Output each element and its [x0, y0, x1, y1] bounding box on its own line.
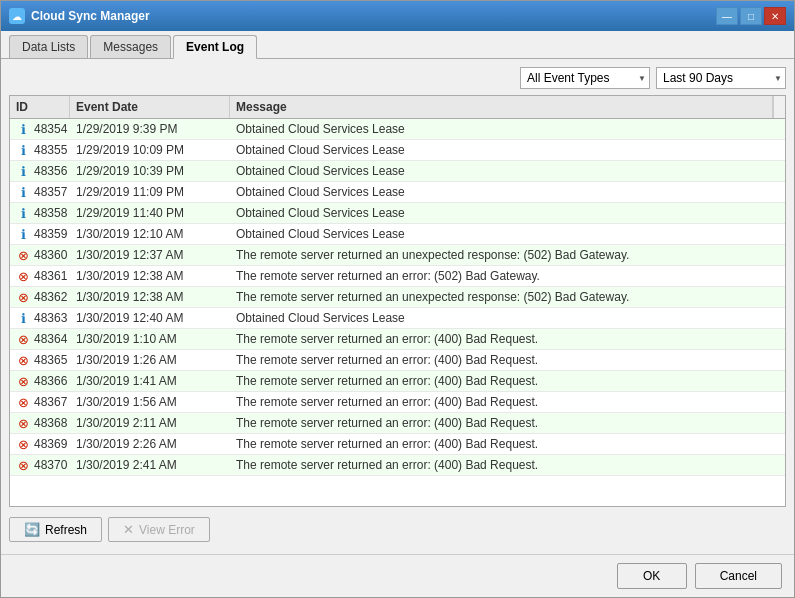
info-icon: ℹ	[16, 206, 30, 220]
event-log-table: ID Event Date Message ℹ 48354 1/29/2019 …	[9, 95, 786, 507]
cell-message: The remote server returned an error: (40…	[230, 329, 785, 349]
table-row[interactable]: ⊗ 48365 1/30/2019 1:26 AM The remote ser…	[10, 350, 785, 371]
info-icon: ℹ	[16, 122, 30, 136]
error-icon: ⊗	[16, 269, 30, 283]
refresh-label: Refresh	[45, 523, 87, 537]
col-header-date: Event Date	[70, 96, 230, 118]
cell-date: 1/30/2019 12:38 AM	[70, 266, 230, 286]
scrollbar-header-spacer	[773, 96, 785, 118]
cell-id: ℹ 48354	[10, 119, 70, 139]
info-icon: ℹ	[16, 227, 30, 241]
title-bar-left: ☁ Cloud Sync Manager	[9, 8, 150, 24]
table-row[interactable]: ℹ 48356 1/29/2019 10:39 PM Obtained Clou…	[10, 161, 785, 182]
table-row[interactable]: ℹ 48354 1/29/2019 9:39 PM Obtained Cloud…	[10, 119, 785, 140]
cell-date: 1/30/2019 2:11 AM	[70, 413, 230, 433]
cell-id: ⊗ 48364	[10, 329, 70, 349]
cell-date: 1/30/2019 2:26 AM	[70, 434, 230, 454]
date-range-select[interactable]: Last 90 Days Last 30 Days Last 7 Days Al…	[656, 67, 786, 89]
table-row[interactable]: ℹ 48358 1/29/2019 11:40 PM Obtained Clou…	[10, 203, 785, 224]
cell-message: Obtained Cloud Services Lease	[230, 308, 785, 328]
cell-date: 1/29/2019 10:09 PM	[70, 140, 230, 160]
event-type-select[interactable]: All Event Types Info Error Warning	[520, 67, 650, 89]
tab-data-lists[interactable]: Data Lists	[9, 35, 88, 58]
table-header: ID Event Date Message	[10, 96, 785, 119]
error-icon: ⊗	[16, 332, 30, 346]
info-icon: ℹ	[16, 143, 30, 157]
cell-message: Obtained Cloud Services Lease	[230, 119, 785, 139]
window-title: Cloud Sync Manager	[31, 9, 150, 23]
cell-message: Obtained Cloud Services Lease	[230, 203, 785, 223]
maximize-button[interactable]: □	[740, 7, 762, 25]
cell-message: The remote server returned an unexpected…	[230, 287, 785, 307]
view-error-icon: ✕	[123, 522, 134, 537]
cell-date: 1/29/2019 11:40 PM	[70, 203, 230, 223]
cell-id: ⊗ 48366	[10, 371, 70, 391]
filter-bar: All Event Types Info Error Warning Last …	[9, 67, 786, 89]
cell-id: ⊗ 48362	[10, 287, 70, 307]
title-bar: ☁ Cloud Sync Manager — □ ✕	[1, 1, 794, 31]
cell-id: ℹ 48358	[10, 203, 70, 223]
cell-date: 1/30/2019 12:10 AM	[70, 224, 230, 244]
view-error-button[interactable]: ✕ View Error	[108, 517, 210, 542]
error-icon: ⊗	[16, 395, 30, 409]
cell-message: Obtained Cloud Services Lease	[230, 224, 785, 244]
table-body[interactable]: ℹ 48354 1/29/2019 9:39 PM Obtained Cloud…	[10, 119, 785, 506]
cell-message: The remote server returned an error: (40…	[230, 371, 785, 391]
cell-message: The remote server returned an unexpected…	[230, 245, 785, 265]
cell-date: 1/30/2019 12:40 AM	[70, 308, 230, 328]
content-area: All Event Types Info Error Warning Last …	[1, 59, 794, 554]
table-row[interactable]: ℹ 48357 1/29/2019 11:09 PM Obtained Clou…	[10, 182, 785, 203]
error-icon: ⊗	[16, 248, 30, 262]
table-row[interactable]: ⊗ 48361 1/30/2019 12:38 AM The remote se…	[10, 266, 785, 287]
dialog-footer: OK Cancel	[1, 554, 794, 597]
cell-date: 1/30/2019 2:41 AM	[70, 455, 230, 475]
cell-id: ℹ 48363	[10, 308, 70, 328]
table-row[interactable]: ⊗ 48360 1/30/2019 12:37 AM The remote se…	[10, 245, 785, 266]
cell-message: The remote server returned an error: (40…	[230, 413, 785, 433]
app-icon: ☁	[9, 8, 25, 24]
event-type-filter-wrapper: All Event Types Info Error Warning	[520, 67, 650, 89]
cell-id: ⊗ 48361	[10, 266, 70, 286]
cell-message: The remote server returned an error: (40…	[230, 455, 785, 475]
cell-id: ℹ 48355	[10, 140, 70, 160]
cell-message: Obtained Cloud Services Lease	[230, 140, 785, 160]
window-controls: — □ ✕	[716, 7, 786, 25]
table-row[interactable]: ⊗ 48367 1/30/2019 1:56 AM The remote ser…	[10, 392, 785, 413]
info-icon: ℹ	[16, 311, 30, 325]
minimize-button[interactable]: —	[716, 7, 738, 25]
close-button[interactable]: ✕	[764, 7, 786, 25]
table-row[interactable]: ⊗ 48364 1/30/2019 1:10 AM The remote ser…	[10, 329, 785, 350]
cell-date: 1/30/2019 1:10 AM	[70, 329, 230, 349]
cell-date: 1/30/2019 1:56 AM	[70, 392, 230, 412]
cell-message: Obtained Cloud Services Lease	[230, 182, 785, 202]
cancel-button[interactable]: Cancel	[695, 563, 782, 589]
cell-date: 1/29/2019 10:39 PM	[70, 161, 230, 181]
cell-message: The remote server returned an error: (50…	[230, 266, 785, 286]
tab-event-log[interactable]: Event Log	[173, 35, 257, 59]
refresh-icon: 🔄	[24, 522, 40, 537]
table-row[interactable]: ℹ 48355 1/29/2019 10:09 PM Obtained Clou…	[10, 140, 785, 161]
cell-date: 1/30/2019 12:37 AM	[70, 245, 230, 265]
ok-button[interactable]: OK	[617, 563, 687, 589]
table-row[interactable]: ⊗ 48369 1/30/2019 2:26 AM The remote ser…	[10, 434, 785, 455]
table-row[interactable]: ⊗ 48366 1/30/2019 1:41 AM The remote ser…	[10, 371, 785, 392]
table-row[interactable]: ⊗ 48370 1/30/2019 2:41 AM The remote ser…	[10, 455, 785, 476]
cell-message: The remote server returned an error: (40…	[230, 350, 785, 370]
cell-id: ⊗ 48365	[10, 350, 70, 370]
table-row[interactable]: ℹ 48363 1/30/2019 12:40 AM Obtained Clou…	[10, 308, 785, 329]
info-icon: ℹ	[16, 164, 30, 178]
table-row[interactable]: ℹ 48359 1/30/2019 12:10 AM Obtained Clou…	[10, 224, 785, 245]
cell-id: ⊗ 48368	[10, 413, 70, 433]
cell-id: ⊗ 48369	[10, 434, 70, 454]
tab-messages[interactable]: Messages	[90, 35, 171, 58]
table-row[interactable]: ⊗ 48362 1/30/2019 12:38 AM The remote se…	[10, 287, 785, 308]
cell-date: 1/29/2019 9:39 PM	[70, 119, 230, 139]
table-row[interactable]: ⊗ 48368 1/30/2019 2:11 AM The remote ser…	[10, 413, 785, 434]
cell-id: ℹ 48356	[10, 161, 70, 181]
error-icon: ⊗	[16, 416, 30, 430]
cell-date: 1/29/2019 11:09 PM	[70, 182, 230, 202]
refresh-button[interactable]: 🔄 Refresh	[9, 517, 102, 542]
cell-message: The remote server returned an error: (40…	[230, 434, 785, 454]
cell-id: ℹ 48357	[10, 182, 70, 202]
bottom-action-bar: 🔄 Refresh ✕ View Error	[9, 513, 786, 546]
